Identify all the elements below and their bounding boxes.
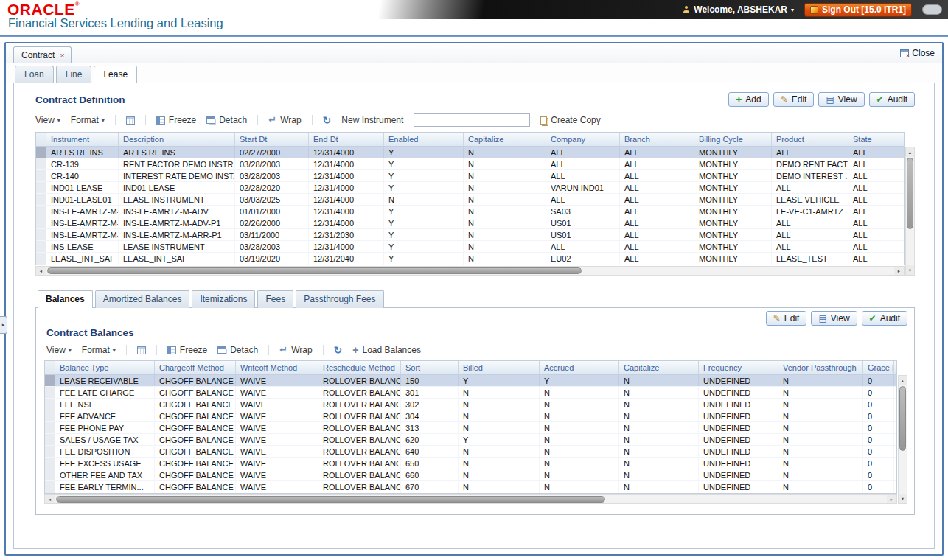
row-gutter[interactable] bbox=[45, 458, 55, 469]
row-gutter[interactable] bbox=[45, 387, 55, 398]
row-gutter[interactable] bbox=[36, 147, 46, 158]
row-gutter[interactable] bbox=[45, 434, 55, 445]
table-row[interactable]: INS-LE-AMRTZ-M-...INS-LE-AMRTZ-M-ARR-P10… bbox=[36, 229, 904, 241]
table-row[interactable]: CR-140INTEREST RATE DEMO INST...03/28/20… bbox=[36, 170, 904, 182]
table-row[interactable]: INS-LEASELEASE INSTRUMENT03/28/200312/31… bbox=[36, 241, 904, 253]
scroll-right-icon[interactable]: ▸ bbox=[887, 495, 896, 503]
table-row[interactable]: INS-LE-AMRTZ-M-...INS-LE-AMRTZ-M-ADV01/0… bbox=[36, 206, 904, 217]
close-button[interactable]: Close bbox=[900, 48, 935, 63]
column-header-writeoff-method[interactable]: Writeoff Method bbox=[236, 361, 318, 374]
detach-button[interactable]: Detach bbox=[206, 115, 247, 125]
column-header-branch[interactable]: Branch bbox=[620, 133, 694, 146]
scroll-track[interactable] bbox=[906, 157, 914, 265]
row-gutter[interactable] bbox=[36, 182, 46, 193]
freeze-button[interactable]: Freeze bbox=[156, 115, 196, 125]
table-row[interactable]: IND01-LEASEIND01-LEASE02/28/202012/31/40… bbox=[36, 182, 904, 194]
row-gutter[interactable] bbox=[45, 446, 55, 457]
scroll-thumb[interactable] bbox=[56, 496, 605, 503]
column-header-product[interactable]: Product bbox=[772, 133, 848, 146]
scroll-down-icon[interactable]: ▾ bbox=[899, 494, 907, 503]
column-header-enabled[interactable]: Enabled bbox=[384, 133, 464, 146]
row-gutter[interactable] bbox=[45, 410, 55, 421]
detach-button[interactable]: Detach bbox=[217, 345, 258, 355]
row-gutter[interactable] bbox=[36, 229, 46, 240]
row-gutter[interactable] bbox=[45, 399, 55, 410]
tab-fees[interactable]: Fees bbox=[257, 290, 293, 308]
table-row[interactable]: FEE ADVANCECHGOFF BALANCEWAIVEROLLOVER B… bbox=[45, 410, 896, 422]
column-header-sort[interactable]: Sort bbox=[401, 361, 459, 374]
scroll-thumb[interactable] bbox=[907, 158, 913, 229]
scroll-right-icon[interactable]: ▸ bbox=[894, 267, 904, 275]
table-row[interactable]: IND01-LEASE01LEASE INSTRUMENT03/03/20251… bbox=[36, 194, 904, 206]
table-row[interactable]: FEE EARLY TERMIN...CHGOFF BALANCEWAIVERO… bbox=[45, 481, 896, 493]
scroll-left-icon[interactable]: ◂ bbox=[36, 267, 46, 275]
refresh-icon[interactable]: ↻ bbox=[323, 116, 332, 125]
tab-passthrough-fees[interactable]: Passthrough Fees bbox=[296, 290, 383, 308]
add-button[interactable]: + Add bbox=[728, 92, 769, 107]
splitter-collapse-button[interactable]: ▸ bbox=[0, 316, 7, 334]
column-header-capitalize[interactable]: Capitalize bbox=[464, 133, 546, 146]
table-row[interactable]: LEASE RECEIVABLECHGOFF BALANCEWAIVEROLLO… bbox=[45, 375, 896, 387]
view-menu[interactable]: View ▾ bbox=[35, 115, 60, 125]
vertical-scrollbar[interactable]: ▴ ▾ bbox=[898, 375, 907, 504]
audit-button[interactable]: ✔ Audit bbox=[869, 92, 915, 107]
horizontal-scrollbar[interactable]: ◂ ▸ bbox=[35, 266, 905, 276]
row-gutter[interactable] bbox=[36, 217, 46, 228]
column-header-company[interactable]: Company bbox=[546, 133, 620, 146]
row-gutter[interactable] bbox=[36, 194, 46, 205]
tab-amortized-balances[interactable]: Amortized Balances bbox=[95, 290, 190, 308]
format-menu[interactable]: Format ▾ bbox=[71, 115, 105, 125]
scroll-thumb[interactable] bbox=[899, 386, 906, 451]
view-button[interactable]: ▤ View bbox=[818, 92, 864, 107]
create-copy-button[interactable]: Create Copy bbox=[540, 115, 600, 125]
freeze-button[interactable]: Freeze bbox=[167, 345, 207, 355]
edit-button[interactable]: ✎ Edit bbox=[766, 311, 807, 326]
column-header-billing-cycle[interactable]: Billing Cycle bbox=[694, 133, 772, 146]
edit-button[interactable]: ✎ Edit bbox=[773, 92, 815, 107]
format-menu[interactable]: Format ▾ bbox=[82, 345, 116, 355]
column-header-accrued[interactable]: Accrued bbox=[540, 361, 619, 374]
column-header-end-dt[interactable]: End Dt bbox=[309, 133, 384, 146]
sign-out-button[interactable]: Sign Out [15.0 ITR1] bbox=[804, 3, 912, 17]
row-gutter[interactable] bbox=[36, 206, 46, 217]
scroll-down-icon[interactable]: ▾ bbox=[906, 265, 914, 275]
table-row[interactable]: OTHER FEE AND TAXCHGOFF BALANCEWAIVEROLL… bbox=[45, 469, 896, 481]
scroll-left-icon[interactable]: ◂ bbox=[45, 495, 55, 503]
row-gutter[interactable] bbox=[45, 422, 55, 433]
tab-close-icon[interactable]: × bbox=[60, 51, 64, 60]
load-balances-button[interactable]: + Load Balances bbox=[352, 345, 421, 355]
column-header-frequency[interactable]: Frequency bbox=[699, 361, 778, 374]
table-row[interactable]: FEE PHONE PAYCHGOFF BALANCEWAIVEROLLOVER… bbox=[45, 422, 896, 434]
row-gutter[interactable] bbox=[36, 158, 46, 169]
scroll-track[interactable] bbox=[899, 385, 907, 494]
audit-button[interactable]: ✔ Audit bbox=[862, 311, 907, 326]
export-icon[interactable] bbox=[126, 116, 135, 125]
user-menu[interactable]: Welcome, ABSHEKAR ▾ bbox=[683, 4, 794, 15]
scroll-track[interactable] bbox=[46, 267, 894, 275]
scroll-track[interactable] bbox=[55, 495, 887, 503]
row-gutter[interactable] bbox=[36, 241, 46, 252]
column-header-balance-type[interactable]: Balance Type bbox=[55, 361, 155, 374]
column-header-description[interactable]: Description bbox=[119, 133, 235, 146]
row-gutter[interactable] bbox=[45, 481, 55, 493]
table-row[interactable]: FEE EXCESS USAGECHGOFF BALANCEWAIVEROLLO… bbox=[45, 458, 896, 469]
vertical-scrollbar[interactable]: ▴ ▾ bbox=[905, 147, 915, 276]
tab-loan[interactable]: Loan bbox=[15, 66, 54, 83]
tab-balances[interactable]: Balances bbox=[38, 290, 93, 308]
column-header-vendor-passthrough[interactable]: Vendor Passthrough bbox=[778, 361, 863, 374]
row-gutter[interactable] bbox=[45, 375, 55, 386]
scroll-up-icon[interactable]: ▴ bbox=[899, 376, 907, 385]
view-menu[interactable]: View ▾ bbox=[46, 345, 72, 355]
table-row[interactable]: AR LS RF INSAR LS RF INS02/27/200012/31/… bbox=[36, 147, 904, 158]
table-row[interactable]: CR-139RENT FACTOR DEMO INSTR...03/28/200… bbox=[36, 158, 904, 170]
tab-lease[interactable]: Lease bbox=[94, 66, 137, 83]
view-button[interactable]: ▤ View bbox=[811, 311, 857, 326]
table-row[interactable]: FEE DISPOSITIONCHGOFF BALANCEWAIVEROLLOV… bbox=[45, 446, 896, 458]
row-gutter[interactable] bbox=[36, 253, 46, 265]
wrap-button[interactable]: ↵ Wrap bbox=[279, 345, 312, 355]
column-header-instrument[interactable]: Instrument bbox=[46, 133, 119, 146]
table-row[interactable]: SALES / USAGE TAXCHGOFF BALANCEWAIVEROLL… bbox=[45, 434, 896, 446]
column-header-capitalize[interactable]: Capitalize bbox=[619, 361, 699, 374]
column-header-chargeoff-method[interactable]: Chargeoff Method bbox=[155, 361, 236, 374]
tab-contract[interactable]: Contract × bbox=[13, 46, 72, 63]
